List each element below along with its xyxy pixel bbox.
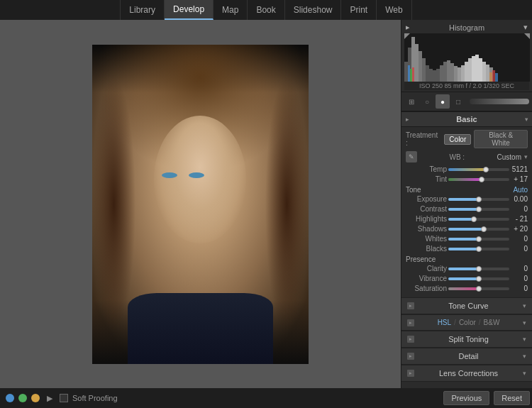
basic-section-header[interactable]: ▸ Basic ▾ [401, 111, 532, 127]
bw-treatment-btn[interactable]: Black & White [474, 130, 528, 148]
split-toning-toggle[interactable]: ▸ [407, 336, 414, 343]
reset-button[interactable]: Reset [494, 391, 530, 405]
blacks-slider[interactable] [448, 248, 509, 250]
presence-label: Presence [406, 255, 528, 263]
nav-web[interactable]: Web [377, 0, 411, 20]
exposure-thumb [476, 197, 482, 202]
svg-rect-3 [415, 44, 419, 82]
tone-group-header: Tone Auto [406, 186, 528, 194]
basic-expand-icon: ▾ [525, 116, 528, 123]
panel-scroll[interactable]: ▸ Basic ▾ Treatment : Color Black & Whit… [401, 111, 532, 388]
vibrance-value: 0 [511, 275, 528, 282]
histogram-expand-icon[interactable]: ▸ [406, 23, 410, 32]
color-dot-yellow[interactable] [31, 394, 40, 402]
shadows-fill [448, 228, 484, 231]
saturation-slider-row: Saturation 0 [406, 285, 528, 292]
tool-graduated[interactable]: □ [451, 94, 465, 109]
toolbar-slider[interactable] [470, 99, 529, 104]
bw-tab[interactable]: B&W [484, 319, 500, 326]
detail-toggle[interactable]: ▸ [407, 353, 414, 360]
nav-map[interactable]: Map [214, 0, 248, 20]
wb-dropdown-icon[interactable]: ▾ [524, 153, 528, 160]
histogram-canvas [404, 33, 530, 82]
clarity-fill [448, 268, 479, 270]
vibrance-slider[interactable] [448, 277, 509, 280]
hsl-left: ▸ [407, 319, 414, 326]
svg-rect-17 [465, 62, 468, 82]
exposure-slider[interactable] [448, 198, 509, 201]
develop-toolbar: ⊞ ○ ● □ [401, 92, 532, 111]
color-dot-green[interactable] [18, 394, 27, 402]
photo-area [0, 20, 401, 388]
eyedropper-tool[interactable]: ✎ [406, 151, 417, 162]
top-navigation: Library Develop Map Book Slideshow Print… [0, 0, 532, 20]
contrast-slider[interactable] [448, 208, 509, 211]
tint-slider[interactable] [448, 178, 509, 181]
svg-rect-12 [447, 60, 450, 82]
histogram-collapse-icon[interactable]: ▾ [523, 23, 528, 32]
temp-value: 5121 [511, 165, 528, 173]
hsl-section[interactable]: ▸ HSL / Color / B&W ▾ [401, 314, 532, 331]
split-toning-expand: ▾ [523, 336, 526, 343]
tint-thumb [479, 177, 484, 182]
color-tab[interactable]: Color [459, 319, 476, 326]
svg-rect-23 [486, 65, 489, 82]
tone-curve-section[interactable]: ▸ Tone Curve ▾ [401, 297, 532, 314]
temp-label: Temp [406, 165, 447, 173]
color-dot-blue[interactable] [6, 394, 14, 402]
nav-book[interactable]: Book [248, 0, 284, 20]
wb-label: WB : [420, 153, 494, 161]
detail-left: ▸ [407, 353, 414, 360]
auto-btn[interactable]: Auto [513, 186, 528, 194]
svg-rect-5 [422, 58, 426, 82]
exposure-slider-row: Exposure 0.00 [406, 195, 528, 203]
svg-marker-32 [524, 33, 530, 39]
whites-slider-row: Whites 0 [406, 235, 528, 243]
highlights-slider[interactable] [448, 218, 509, 221]
saturation-thumb [476, 286, 482, 292]
lens-corrections-section[interactable]: ▸ Lens Corrections ▾ [401, 365, 532, 382]
saturation-fill [448, 287, 479, 290]
photo-shirt [128, 293, 273, 364]
detail-section[interactable]: ▸ Detail ▾ [401, 348, 532, 365]
nav-print[interactable]: Print [341, 0, 377, 20]
tone-label: Tone [406, 186, 421, 194]
svg-rect-27 [412, 67, 414, 82]
nav-library[interactable]: Library [120, 0, 165, 20]
shadows-value: + 20 [511, 225, 528, 233]
previous-button[interactable]: Previous [443, 391, 489, 405]
vibrance-fill [448, 277, 479, 280]
color-treatment-btn[interactable]: Color [444, 134, 471, 145]
temp-slider[interactable] [448, 168, 509, 171]
svg-rect-0 [404, 62, 408, 82]
tone-curve-left: ▸ [407, 302, 414, 309]
temp-fill [448, 168, 486, 171]
hsl-tab[interactable]: HSL [438, 319, 451, 326]
split-toning-section[interactable]: ▸ Split Toning ▾ [401, 331, 532, 348]
contrast-slider-row: Contrast 0 [406, 205, 528, 213]
tool-spot[interactable]: ○ [420, 94, 434, 109]
tool-crop[interactable]: ⊞ [404, 94, 419, 109]
whites-label: Whites [406, 235, 447, 243]
blacks-fill [448, 248, 479, 250]
svg-rect-11 [443, 62, 447, 82]
clarity-label: Clarity [406, 265, 447, 272]
lens-toggle[interactable]: ▸ [407, 370, 414, 377]
hsl-toggle[interactable]: ▸ [407, 319, 414, 326]
svg-rect-26 [410, 69, 412, 82]
shadows-slider[interactable] [448, 228, 509, 231]
blacks-thumb [476, 246, 482, 252]
tone-curve-toggle[interactable]: ▸ [407, 302, 414, 309]
svg-rect-21 [479, 58, 482, 82]
contrast-label: Contrast [406, 205, 447, 213]
whites-slider[interactable] [448, 238, 509, 241]
nav-slideshow[interactable]: Slideshow [285, 0, 342, 20]
svg-rect-14 [454, 66, 458, 82]
soft-proofing-checkbox[interactable] [60, 394, 68, 402]
tool-redeye[interactable]: ● [436, 94, 450, 109]
nav-develop[interactable]: Develop [165, 0, 214, 20]
soft-proofing-label: Soft Proofing [72, 394, 118, 402]
clarity-slider[interactable] [448, 268, 509, 270]
saturation-slider[interactable] [448, 287, 509, 290]
play-btn[interactable]: ▶ [44, 392, 55, 404]
